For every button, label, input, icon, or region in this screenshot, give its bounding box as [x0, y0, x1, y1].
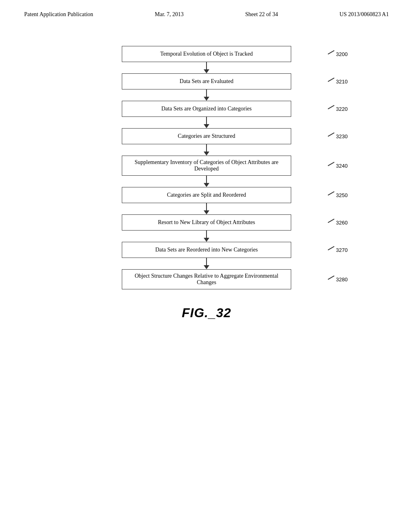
step-3230-box: Categories are Structured [122, 128, 291, 144]
step-3270: Data Sets are Reordered into New Categor… [94, 242, 319, 258]
step-3240-box: Supplementary Inventory of Categories of… [122, 156, 291, 176]
step-3200-wrapper: Temporal Evolution of Object is Tracked3… [94, 46, 319, 73]
step-3270-ref: 3270 [328, 247, 348, 253]
arrow-head-3 [204, 152, 209, 156]
step-3210: Data Sets are Evaluated3210 [94, 73, 319, 89]
step-3220: Data Sets are Organized into Categories3… [94, 101, 319, 117]
step-3250-wrapper: Categories are Split and Reordered3250 [94, 187, 319, 214]
step-3260-wrapper: Resort to New Library of Object Attribut… [94, 214, 319, 242]
step-3220-box: Data Sets are Organized into Categories [122, 101, 291, 117]
step-3230-wrapper: Categories are Structured3230 [94, 128, 319, 156]
arrow-line-6 [206, 231, 207, 238]
figure-caption: FIG._32 [182, 305, 232, 320]
step-3280: Object Structure Changes Relative to Agg… [94, 269, 319, 289]
step-3270-wrapper: Data Sets are Reordered into New Categor… [94, 242, 319, 269]
arrow-head-6 [204, 238, 209, 242]
arrow-line-3 [206, 144, 207, 152]
step-3200-box: Temporal Evolution of Object is Tracked [122, 46, 291, 62]
step-3250: Categories are Split and Reordered3250 [94, 187, 319, 203]
step-3270-box: Data Sets are Reordered into New Categor… [122, 242, 291, 258]
step-3260-box: Resort to New Library of Object Attribut… [122, 214, 291, 231]
arrow-line-4 [206, 176, 207, 183]
step-3280-wrapper: Object Structure Changes Relative to Agg… [94, 269, 319, 289]
arrow-head-1 [204, 97, 209, 101]
step-3240-ref: 3240 [328, 163, 348, 169]
main-content: Temporal Evolution of Object is Tracked3… [0, 22, 413, 320]
step-3280-box: Object Structure Changes Relative to Agg… [122, 269, 291, 289]
step-3230-ref: 3230 [328, 133, 348, 139]
step-3210-ref: 3210 [328, 79, 348, 85]
arrow-head-4 [204, 183, 209, 187]
step-3260-ref: 3260 [328, 220, 348, 226]
step-3240: Supplementary Inventory of Categories of… [94, 156, 319, 176]
step-3280-ref: 3280 [328, 276, 348, 283]
arrow-line-5 [206, 203, 207, 210]
page-header: Patent Application Publication Mar. 7, 2… [0, 0, 413, 22]
arrow-head-2 [204, 124, 209, 128]
step-3220-wrapper: Data Sets are Organized into Categories3… [94, 101, 319, 128]
step-3240-wrapper: Supplementary Inventory of Categories of… [94, 156, 319, 187]
step-3210-box: Data Sets are Evaluated [122, 73, 291, 89]
step-3260: Resort to New Library of Object Attribut… [94, 214, 319, 231]
header-left: Patent Application Publication [24, 11, 93, 18]
header-patent: US 2013/0060823 A1 [340, 11, 389, 18]
flowchart: Temporal Evolution of Object is Tracked3… [94, 46, 319, 289]
step-3250-box: Categories are Split and Reordered [122, 187, 291, 203]
header-date: Mar. 7, 2013 [155, 11, 184, 18]
arrow-head-5 [204, 210, 209, 214]
step-3200-ref: 3200 [328, 51, 348, 57]
step-3220-ref: 3220 [328, 106, 348, 112]
arrow-line-1 [206, 89, 207, 97]
arrow-line-2 [206, 117, 207, 124]
arrow-line-0 [206, 62, 207, 69]
arrow-line-7 [206, 258, 207, 265]
step-3230: Categories are Structured3230 [94, 128, 319, 144]
arrow-head-7 [204, 265, 209, 269]
step-3200: Temporal Evolution of Object is Tracked3… [94, 46, 319, 62]
arrow-head-0 [204, 69, 209, 73]
step-3210-wrapper: Data Sets are Evaluated3210 [94, 73, 319, 101]
step-3250-ref: 3250 [328, 192, 348, 198]
header-sheet: Sheet 22 of 34 [245, 11, 278, 18]
